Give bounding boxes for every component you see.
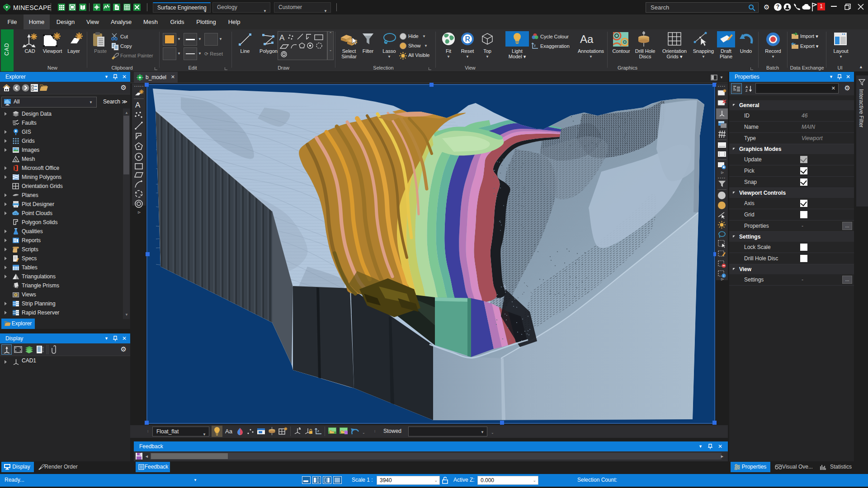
svg-text:R: R bbox=[465, 35, 471, 43]
svg-text:z: z bbox=[534, 43, 536, 47]
svg-text:Z: Z bbox=[745, 89, 748, 92]
svg-text:z: z bbox=[317, 429, 319, 433]
svg-text:A: A bbox=[279, 33, 285, 42]
svg-text:A: A bbox=[14, 158, 17, 162]
